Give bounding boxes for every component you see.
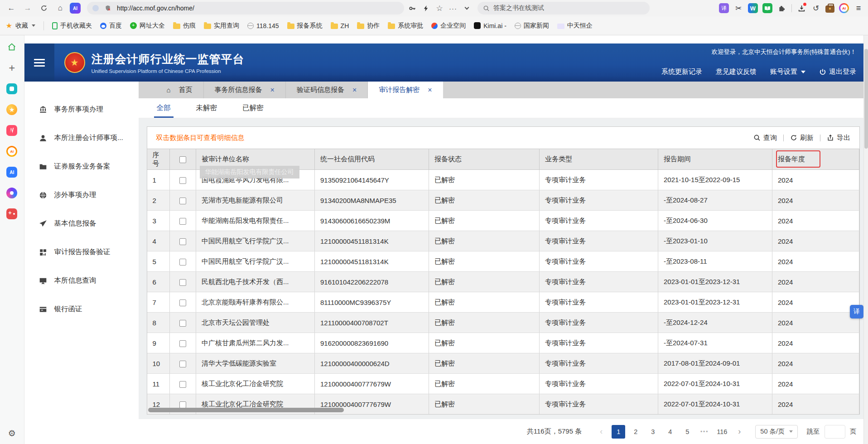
jump-page-input[interactable] bbox=[825, 425, 845, 439]
password-key-icon[interactable] bbox=[407, 2, 418, 14]
home-icon[interactable] bbox=[6, 42, 17, 53]
tab-0[interactable]: ⌂首页 bbox=[156, 82, 204, 98]
browser-ai-logo-icon[interactable]: AI bbox=[70, 3, 81, 14]
bookmark-item[interactable]: 协作 bbox=[357, 22, 380, 30]
table-row[interactable]: 6民航西北电子技术开发（西...916101042206222078已解密专项审… bbox=[147, 272, 859, 292]
sidebar-item-7[interactable]: 银行函证 bbox=[24, 295, 139, 323]
search-text[interactable]: 答案之书在线测试 bbox=[493, 4, 544, 12]
favorites-app-icon[interactable]: ★ bbox=[6, 104, 17, 115]
table-row[interactable]: 8北京市天坛公园管理处12110000400708702T已解密专项审计业务-至… bbox=[147, 313, 859, 333]
row-checkbox[interactable] bbox=[179, 279, 186, 286]
sidebar-item-0[interactable]: 事务所事项办理 bbox=[24, 95, 139, 124]
sidebar-item-4[interactable]: 基本信息报备 bbox=[24, 209, 139, 238]
tab-3[interactable]: 审计报告解密× bbox=[368, 82, 443, 98]
sidebar-item-6[interactable]: 本所信息查询 bbox=[24, 266, 139, 295]
row-checkbox[interactable] bbox=[179, 238, 186, 245]
sidebar-item-1[interactable]: 本所注册会计师事项... bbox=[24, 124, 139, 152]
refresh-button[interactable]: 刷新 bbox=[790, 134, 814, 142]
bookmark-item[interactable]: ★收藏 bbox=[5, 22, 35, 30]
sidebar-item-3[interactable]: 涉外事项办理 bbox=[24, 181, 139, 209]
page-button-2[interactable]: 2 bbox=[629, 425, 642, 439]
bookmark-item[interactable]: 百度 bbox=[100, 22, 122, 30]
horizontal-scrollbar[interactable] bbox=[148, 408, 344, 412]
purple-app-icon[interactable] bbox=[6, 188, 17, 198]
scissors-icon[interactable]: ✂ bbox=[733, 3, 743, 13]
quick-search-box[interactable]: 答案之书在线测试 bbox=[477, 2, 650, 14]
toolbar-collapse-icon[interactable] bbox=[461, 2, 472, 14]
subtab-0[interactable]: 全部 bbox=[157, 98, 171, 118]
download-icon[interactable] bbox=[796, 3, 806, 13]
tab-2[interactable]: 验证码信息报备× bbox=[286, 82, 368, 98]
translate-icon[interactable]: 译 bbox=[719, 3, 729, 13]
select-all-checkbox[interactable] bbox=[179, 156, 186, 163]
tab-1[interactable]: 事务所信息报备× bbox=[204, 82, 286, 98]
reload-icon[interactable] bbox=[37, 2, 51, 14]
subtab-2[interactable]: 已解密 bbox=[242, 98, 264, 118]
bookmark-item[interactable]: 手机收藏夹 bbox=[52, 22, 92, 30]
wps-icon[interactable]: W bbox=[748, 3, 758, 13]
ai-ring-app-icon[interactable]: AI bbox=[6, 146, 17, 157]
address-bar[interactable]: http://acc.mof.gov.cn/home/ bbox=[87, 2, 404, 14]
header-link-0[interactable]: 系统更新记录 bbox=[661, 68, 702, 76]
bookmark-item[interactable]: 网址大全 bbox=[130, 22, 165, 30]
url-text[interactable]: http://acc.mof.gov.cn/home/ bbox=[117, 5, 399, 12]
row-checkbox[interactable] bbox=[179, 340, 186, 347]
briefcase-icon[interactable] bbox=[825, 5, 834, 13]
bookmark-item[interactable]: 中天恒企 bbox=[557, 22, 593, 30]
bookmark-item[interactable]: 系统审批 bbox=[388, 22, 423, 30]
bookmark-item[interactable]: 伤痕 bbox=[173, 22, 196, 30]
more-tools-icon[interactable]: ··· bbox=[448, 2, 458, 14]
close-icon[interactable]: × bbox=[270, 86, 275, 94]
bookmark-item[interactable]: 实用查询 bbox=[204, 22, 239, 30]
game-app-icon[interactable] bbox=[6, 208, 17, 219]
export-button[interactable]: 导出 bbox=[827, 134, 850, 142]
subtab-1[interactable]: 未解密 bbox=[196, 98, 217, 118]
row-checkbox[interactable] bbox=[179, 198, 186, 204]
lightning-icon[interactable] bbox=[420, 2, 431, 14]
undo-icon[interactable]: ↺ bbox=[811, 3, 821, 13]
page-button-3[interactable]: 3 bbox=[646, 425, 660, 439]
extensions-icon[interactable] bbox=[777, 3, 787, 13]
table-row[interactable]: 5中国民用航空飞行学院广汉...12100000451181314K已解密专项审… bbox=[147, 251, 859, 272]
bookmark-item[interactable]: 国家新闻 bbox=[515, 22, 549, 30]
row-checkbox[interactable] bbox=[179, 299, 186, 306]
book-icon[interactable] bbox=[762, 3, 772, 13]
close-icon[interactable]: × bbox=[428, 86, 432, 94]
forward-icon[interactable]: → bbox=[21, 2, 34, 14]
table-row[interactable]: 9中广核甘肃瓜州第二风力发...916200000823691690已解密专项审… bbox=[147, 333, 859, 353]
table-row[interactable]: 4中国民用航空飞行学院广汉...12100000451181314K已解密专项审… bbox=[147, 231, 859, 251]
row-checkbox[interactable] bbox=[179, 177, 186, 184]
bookmark-item[interactable]: ZH bbox=[331, 22, 349, 29]
header-link-3[interactable]: 退出登录 bbox=[819, 68, 856, 76]
sidebar-item-2[interactable]: 证券服务业务备案 bbox=[24, 152, 139, 181]
close-icon[interactable]: × bbox=[352, 86, 357, 94]
settings-gear-icon[interactable]: ⚙ bbox=[8, 428, 16, 439]
row-checkbox[interactable] bbox=[179, 320, 186, 327]
table-row[interactable]: 7北京京能颐寿轩康养有限公...81110000MC9396375Y已解密专项审… bbox=[147, 292, 859, 313]
back-icon[interactable]: ← bbox=[5, 2, 18, 14]
page-scrollbar-track[interactable] bbox=[863, 35, 868, 444]
row-checkbox[interactable] bbox=[179, 381, 186, 388]
red-app-icon[interactable] bbox=[6, 125, 17, 136]
ai-blue-app-icon[interactable]: AI bbox=[6, 167, 17, 178]
page-button-4[interactable]: 4 bbox=[663, 425, 677, 439]
sidebar-toggle-button[interactable] bbox=[24, 43, 54, 82]
bookmark-star-icon[interactable]: ☆ bbox=[434, 2, 445, 14]
table-row[interactable]: 3华能湖南岳阳发电有限责任...91430600616650239M已解密专项审… bbox=[147, 211, 859, 231]
teal-app-icon[interactable] bbox=[6, 83, 17, 94]
row-checkbox[interactable] bbox=[179, 218, 186, 225]
search-button[interactable]: 查询 bbox=[753, 134, 777, 142]
header-link-2[interactable]: 账号设置 bbox=[770, 68, 805, 76]
bookmarks-caret-icon[interactable] bbox=[32, 24, 35, 27]
table-row[interactable]: 11核工业北京化工冶金研究院12100000400777679W已解密专项审计业… bbox=[147, 374, 859, 394]
table-row[interactable]: 10清华大学低碳能源实验室12100000400000624D已解密专项审计业务… bbox=[147, 353, 859, 374]
page-button-1[interactable]: 1 bbox=[612, 425, 625, 439]
sidebar-item-5[interactable]: 审计报告报备验证 bbox=[24, 238, 139, 266]
home-icon[interactable]: ⌂ bbox=[53, 2, 67, 14]
header-link-1[interactable]: 意见建议反馈 bbox=[716, 68, 757, 76]
next-page-button[interactable]: › bbox=[733, 425, 746, 439]
bookmark-item[interactable]: 企业空间 bbox=[431, 22, 466, 30]
prev-page-button[interactable]: ‹ bbox=[594, 425, 608, 439]
bookmark-item[interactable]: Kimi.ai - bbox=[474, 22, 506, 29]
site-info-icon[interactable] bbox=[92, 5, 99, 11]
